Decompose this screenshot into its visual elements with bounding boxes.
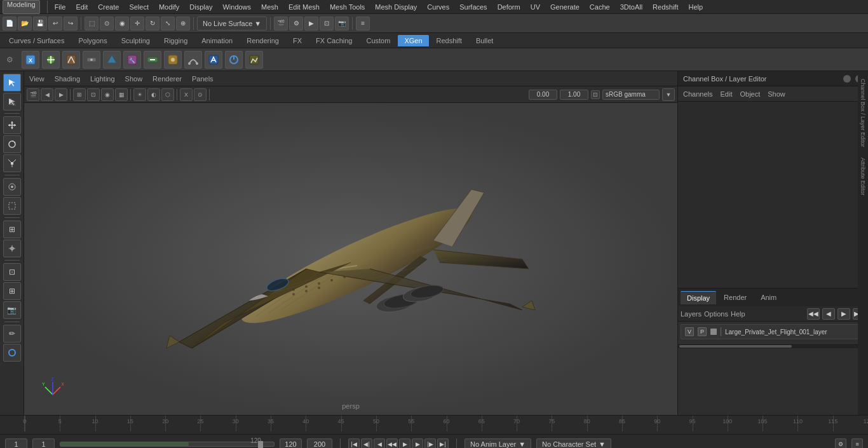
le-tab-render[interactable]: Render: [717, 291, 753, 304]
shelf-xgen-10[interactable]: [205, 51, 222, 69]
layer-scroll-thumb[interactable]: [679, 345, 792, 348]
lasso-select-btn[interactable]: ⊙: [100, 17, 114, 31]
shelf-xgen-1[interactable]: X: [22, 51, 39, 69]
next-frame-btn[interactable]: ▶: [412, 438, 423, 449]
menu-deform[interactable]: Deform: [492, 2, 526, 12]
menu-3dtall[interactable]: 3DtoAll: [615, 2, 648, 12]
timeline-ruler[interactable]: 0510152025303540455055606570758085909510…: [0, 416, 868, 434]
go-to-end-btn[interactable]: ▶|: [437, 438, 449, 449]
extra-prefs-btn[interactable]: ≡: [851, 438, 863, 449]
scale-btn[interactable]: ⤡: [161, 17, 175, 31]
vp-menu-show[interactable]: Show: [123, 74, 146, 84]
vp-texture-icon[interactable]: ▦: [115, 88, 128, 101]
vp-next-frame-icon[interactable]: ▶: [55, 88, 67, 101]
modeling-dropdown[interactable]: Modeling: [3, 0, 40, 14]
viewport-canvas[interactable]: persp X Y Z: [24, 103, 677, 415]
snapshot-btn[interactable]: 📷: [335, 17, 349, 31]
menu-surfaces[interactable]: Surfaces: [454, 2, 492, 12]
tab-animation[interactable]: Animation: [195, 35, 239, 46]
soft-select-btn[interactable]: [3, 178, 21, 196]
camera-btn[interactable]: 📷: [3, 301, 21, 319]
minimize-panel-btn[interactable]: [843, 75, 851, 83]
vp-menu-shading[interactable]: Shading: [52, 74, 83, 84]
menu-create[interactable]: Create: [93, 2, 124, 12]
rotate-btn[interactable]: ↻: [146, 17, 159, 31]
anim-range-slider[interactable]: 120: [60, 442, 275, 447]
shelf-xgen-7[interactable]: [144, 51, 161, 69]
new-file-btn[interactable]: 📄: [3, 17, 17, 31]
layer-playback-btn[interactable]: P: [698, 327, 707, 336]
gamma-val2-input[interactable]: [560, 90, 588, 100]
no-char-set-btn[interactable]: No Character Set ▼: [536, 438, 611, 449]
tab-redshift-tab[interactable]: Redshift: [430, 35, 468, 46]
paint-select-btn[interactable]: ◉: [115, 17, 129, 31]
options-menu-item[interactable]: Options: [704, 310, 728, 318]
layer-row[interactable]: V P Large_Private_Jet_Flight_001_layer: [681, 324, 865, 339]
shelf-xgen-8[interactable]: [164, 51, 182, 69]
edge-tab-channel-box[interactable]: Channel Box / Layer Editor: [858, 74, 868, 153]
shelf-xgen-3[interactable]: [62, 51, 80, 69]
color-profile-dropdown[interactable]: ▼: [662, 88, 675, 101]
frame-current-input[interactable]: [32, 438, 55, 449]
tab-sculpting[interactable]: Sculpting: [115, 35, 156, 46]
menu-mesh-tools[interactable]: Mesh Tools: [325, 2, 370, 12]
play-back-btn[interactable]: ◀◀: [386, 438, 398, 449]
tab-polygons[interactable]: Polygons: [72, 35, 113, 46]
layer-nav-prev[interactable]: ◀: [822, 308, 835, 320]
shelf-xgen-12[interactable]: [245, 51, 263, 69]
prev-key-btn[interactable]: ◀|: [361, 438, 372, 449]
vp-xray-icon[interactable]: X: [180, 88, 193, 101]
menu-edit-mesh[interactable]: Edit Mesh: [283, 2, 325, 12]
help-menu-item[interactable]: Help: [731, 310, 745, 318]
color-profile-label[interactable]: sRGB gamma: [602, 90, 660, 100]
next-key-btn[interactable]: |▶: [424, 438, 436, 449]
history-btn[interactable]: ⊡: [3, 263, 21, 281]
menu-display[interactable]: Display: [184, 2, 217, 12]
edge-tab-attribute-editor[interactable]: Attribute Editor: [858, 153, 868, 201]
vp-wireframe-icon[interactable]: ⊡: [87, 88, 100, 101]
shelf-xgen-2[interactable]: [42, 51, 60, 69]
extra-btn1[interactable]: ≡: [356, 17, 370, 31]
vp-light-icon[interactable]: ☀: [133, 88, 146, 101]
shelf-xgen-9[interactable]: [184, 51, 202, 69]
paint-effects-btn[interactable]: ✏: [3, 325, 21, 343]
menu-generate[interactable]: Generate: [545, 2, 585, 12]
vp-grid-icon[interactable]: ⊞: [73, 88, 86, 101]
grid-display-btn[interactable]: ⊞: [3, 282, 21, 300]
transform-select-btn[interactable]: ⬚: [85, 17, 98, 31]
shelf-settings-btn[interactable]: ⚙: [3, 53, 17, 67]
vp-ao-icon[interactable]: ⬡: [161, 88, 174, 101]
shelf-xgen-11[interactable]: [225, 51, 243, 69]
layer-color-swatch[interactable]: [710, 329, 717, 335]
tab-curves-surfaces[interactable]: Curves / Surfaces: [3, 35, 71, 46]
scale-tool-btn[interactable]: [3, 154, 21, 172]
vp-menu-renderer[interactable]: Renderer: [150, 74, 184, 84]
le-tab-display[interactable]: Display: [681, 291, 716, 304]
shelf-xgen-5[interactable]: [103, 51, 121, 69]
vp-menu-view[interactable]: View: [27, 74, 47, 84]
cb-tab-channels[interactable]: Channels: [683, 90, 712, 98]
ipr-btn[interactable]: ⊡: [320, 17, 334, 31]
tab-custom[interactable]: Custom: [360, 35, 397, 46]
shelf-xgen-4[interactable]: [83, 51, 100, 69]
menu-help[interactable]: Help: [683, 2, 708, 12]
tab-fx-caching[interactable]: FX Caching: [309, 35, 358, 46]
vp-prev-frame-icon[interactable]: ◀: [41, 88, 53, 101]
save-file-btn[interactable]: 💾: [33, 17, 47, 31]
layer-scrollbar[interactable]: [678, 343, 868, 348]
move-tool-btn[interactable]: [3, 116, 21, 134]
multi-select-btn[interactable]: [3, 93, 21, 111]
gamma-val1-input[interactable]: [529, 90, 557, 100]
menu-modify[interactable]: Modify: [154, 2, 184, 12]
menu-edit[interactable]: Edit: [71, 2, 93, 12]
layers-menu-item[interactable]: Layers: [681, 310, 702, 318]
shelf-xgen-6[interactable]: 🔧: [123, 51, 141, 69]
undo-btn[interactable]: ↩: [48, 17, 62, 31]
universal-manip-btn[interactable]: ⊕: [176, 17, 190, 31]
tab-fx[interactable]: FX: [287, 35, 308, 46]
menu-cache[interactable]: Cache: [585, 2, 615, 12]
snap-btn[interactable]: [3, 240, 21, 257]
menu-mesh-display[interactable]: Mesh Display: [370, 2, 422, 12]
cb-tab-edit[interactable]: Edit: [720, 90, 732, 98]
open-file-btn[interactable]: 📂: [18, 17, 32, 31]
